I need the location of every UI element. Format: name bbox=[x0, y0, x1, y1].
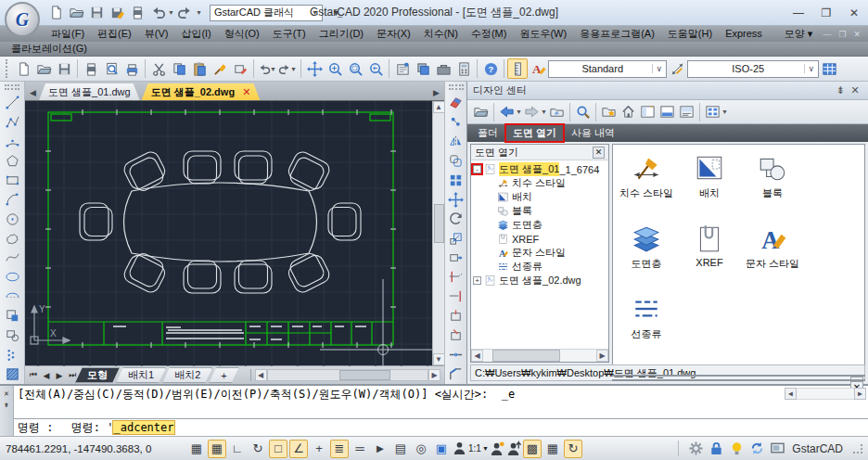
tree-item-블록[interactable]: 블록 bbox=[473, 204, 608, 218]
print-preview-button[interactable] bbox=[101, 58, 121, 79]
line-button[interactable] bbox=[3, 93, 22, 112]
tree-item[interactable]: -도면 샘플_01_1_6764 bbox=[473, 162, 608, 176]
status-toggle-ortho[interactable]: ∟ bbox=[228, 440, 247, 458]
tree-item-도면 샘플_02.dwg[interactable]: +도면 샘플_02.dwg bbox=[473, 274, 608, 288]
tree-item-문자 스타일[interactable]: A문자 스타일 bbox=[473, 246, 608, 260]
arc-3p-button[interactable] bbox=[3, 132, 22, 151]
layout-tab-+[interactable]: + bbox=[209, 367, 238, 383]
match-brush-button[interactable] bbox=[210, 58, 230, 79]
status-toggle-annotation-visibility[interactable]: ▩ bbox=[523, 440, 542, 458]
status-toggle-linetype[interactable]: ═ bbox=[351, 440, 369, 458]
menu-도구T[interactable]: 도구(T) bbox=[266, 26, 313, 42]
redo-dropdown-icon[interactable]: ▼ bbox=[196, 9, 202, 16]
save-as-button[interactable] bbox=[108, 4, 126, 22]
tree-item-XREF[interactable]: XREF bbox=[473, 232, 608, 246]
close-button[interactable]: ✕ bbox=[840, 3, 868, 23]
status-toggle-dyn-input[interactable]: + bbox=[310, 440, 328, 458]
chevron-down-icon[interactable]: ∨ bbox=[652, 64, 662, 73]
scroll-up-icon[interactable]: ▲ bbox=[433, 101, 445, 113]
content-item-배치[interactable]: 배치 bbox=[678, 152, 741, 210]
scale-dropdown-icon[interactable]: ▼ bbox=[482, 445, 489, 452]
toolbar-grip[interactable] bbox=[6, 59, 10, 78]
trim-button[interactable] bbox=[446, 267, 466, 287]
print-button[interactable] bbox=[81, 58, 101, 79]
status-toggle-polar[interactable]: ↻ bbox=[249, 440, 267, 458]
ellipse-arc-button[interactable] bbox=[3, 287, 22, 306]
break-point-button[interactable] bbox=[446, 306, 466, 326]
hscroll-thumb[interactable] bbox=[339, 370, 390, 380]
menu-appearance[interactable]: 모양 ▾ bbox=[778, 26, 820, 42]
menu-도움말H[interactable]: 도움말(H) bbox=[661, 26, 719, 42]
content-item-블록[interactable]: 블록 bbox=[741, 152, 804, 210]
gear-icon[interactable] bbox=[688, 441, 704, 456]
menu-콜라보레이션G[interactable]: 콜라보레이션(G) bbox=[6, 42, 93, 56]
modify-toolbar-grip[interactable] bbox=[449, 84, 464, 90]
dc-tab-도면 열기[interactable]: 도면 열기 bbox=[506, 125, 563, 141]
menu-삽입I[interactable]: 삽입(I) bbox=[174, 26, 217, 42]
array-button[interactable] bbox=[446, 171, 466, 190]
join-button[interactable] bbox=[446, 345, 466, 364]
qat-overflow-icon[interactable]: ▼̲ bbox=[332, 8, 340, 18]
menu-문자X[interactable]: 문자(X) bbox=[370, 26, 417, 42]
print-button[interactable] bbox=[128, 4, 147, 22]
offset-button[interactable] bbox=[446, 151, 466, 171]
menu-형식O[interactable]: 형식(O) bbox=[218, 26, 266, 42]
extend-button[interactable] bbox=[446, 287, 466, 306]
ellipse-button[interactable] bbox=[3, 267, 22, 287]
mdi-minimize-icon[interactable]: — bbox=[819, 30, 835, 39]
content-item-문자 스타일[interactable]: A문자 스타일 bbox=[741, 223, 804, 280]
rectangle-button[interactable] bbox=[3, 171, 22, 190]
redo-button[interactable]: ▼ bbox=[277, 58, 298, 79]
menu-원도우W[interactable]: 원도우(W) bbox=[513, 26, 573, 42]
mdi-restore-icon[interactable]: ❐ bbox=[835, 30, 849, 39]
layout-nav-3-icon[interactable]: ⏭ bbox=[66, 370, 79, 380]
textstyle-a-button[interactable]: A bbox=[528, 58, 548, 79]
panel-close-icon[interactable]: ✕ bbox=[848, 84, 862, 96]
status-toggle-annotation-table[interactable]: ▦ bbox=[543, 440, 562, 458]
tree-horizontal-scrollbar[interactable]: ◀ ▶ bbox=[471, 349, 608, 362]
annotation-person-up-icon[interactable] bbox=[506, 441, 522, 456]
menu-Express[interactable]: Express bbox=[719, 26, 769, 42]
layout-tab-모형[interactable]: 모형 bbox=[75, 367, 120, 383]
points-button[interactable] bbox=[3, 345, 22, 364]
scale-button[interactable] bbox=[446, 229, 466, 249]
app-logo-icon[interactable]: G bbox=[5, 2, 40, 37]
revcloud-button[interactable] bbox=[3, 229, 22, 249]
dc-desc-button[interactable] bbox=[677, 102, 696, 121]
tree-item-도면층[interactable]: 도면층 bbox=[473, 218, 608, 232]
canvas-vertical-scrollbar[interactable]: ▲ ▼ bbox=[432, 101, 444, 365]
doc-tab-도면 샘플_02.dwg[interactable]: 도면 샘플_02.dwg✕ bbox=[142, 83, 261, 100]
dropdown-icon[interactable]: ▼ bbox=[516, 109, 522, 115]
plot-button[interactable] bbox=[121, 58, 142, 79]
pin-icon[interactable]: ⇟ bbox=[833, 84, 848, 96]
new-file-button[interactable] bbox=[46, 4, 65, 22]
canvas-horizontal-scrollbar[interactable]: ◀▶ bbox=[250, 369, 440, 381]
layout-tab-배치1[interactable]: 배치1 bbox=[116, 367, 166, 383]
scroll-down-icon[interactable]: ▼ bbox=[433, 353, 445, 365]
chamfer-button[interactable] bbox=[446, 364, 466, 384]
status-toggle-model-paper[interactable]: ▣ bbox=[432, 440, 451, 458]
arc-button[interactable] bbox=[3, 190, 22, 210]
menu-그리기D[interactable]: 그리기(D) bbox=[313, 26, 370, 42]
hscroll-right-icon[interactable]: ▶ bbox=[428, 369, 440, 381]
menu-편집E[interactable]: 편집(E) bbox=[91, 26, 138, 42]
polyline-button[interactable] bbox=[3, 112, 22, 132]
lightbulb-icon[interactable] bbox=[729, 441, 745, 456]
spline-button[interactable] bbox=[3, 249, 22, 268]
pan-button[interactable] bbox=[304, 58, 325, 79]
resize-grip[interactable] bbox=[853, 444, 862, 454]
sheet-button[interactable] bbox=[819, 58, 839, 79]
status-toggle-lineweight[interactable]: ≣ bbox=[330, 440, 349, 458]
mirror-button[interactable] bbox=[446, 132, 466, 151]
dc-views-button[interactable] bbox=[703, 102, 722, 121]
toolbox-button[interactable] bbox=[433, 58, 453, 79]
layout-nav-0-icon[interactable]: ⏮ bbox=[27, 370, 40, 380]
circle-button[interactable] bbox=[3, 210, 22, 229]
content-item-XREF[interactable]: XREF bbox=[678, 223, 741, 280]
tree-expander-icon[interactable]: + bbox=[473, 276, 481, 285]
make-block-button[interactable] bbox=[3, 326, 22, 345]
hatch-button[interactable] bbox=[3, 364, 22, 384]
status-toggle-otrack[interactable]: ∠ bbox=[289, 440, 308, 458]
redline-button[interactable] bbox=[230, 58, 250, 79]
standards-button[interactable] bbox=[392, 58, 413, 79]
